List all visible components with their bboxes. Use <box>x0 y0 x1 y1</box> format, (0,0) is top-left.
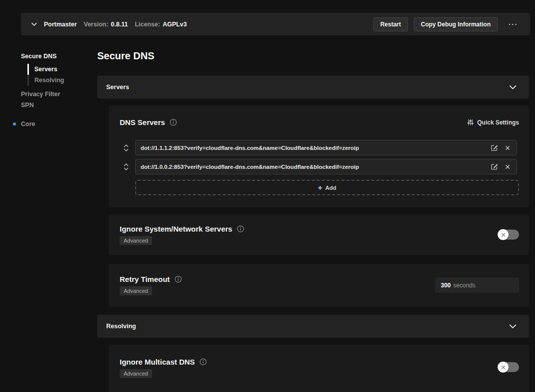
version-value: 0.8.11 <box>111 21 128 28</box>
version-label: Version: <box>84 21 108 28</box>
title-row: Ignore Multicast DNS <box>120 358 519 366</box>
add-label: Add <box>325 185 336 191</box>
sidebar-item-spn[interactable]: SPN <box>0 100 97 111</box>
advanced-badge: Advanced <box>120 236 152 245</box>
retry-timeout-value: 300 <box>441 282 451 289</box>
dns-server-input[interactable]: dot://1.0.0.2:853?verify=cloudflare-dns.… <box>135 159 517 174</box>
notification-dot <box>13 123 16 126</box>
sidebar-item-core-label: Core <box>21 121 35 128</box>
sidebar-item-resolving[interactable]: Resolving <box>27 75 97 86</box>
info-icon[interactable] <box>237 225 244 233</box>
retry-timeout-input[interactable]: 300 seconds <box>435 277 519 293</box>
chevron-down-icon[interactable] <box>509 83 517 92</box>
section-header-servers[interactable]: Servers <box>97 76 529 99</box>
quick-settings-button[interactable]: Quick Settings <box>467 119 519 126</box>
sidebar-item-core[interactable]: Core <box>0 119 97 130</box>
dns-server-input[interactable]: dot://1.1.1.2:853?verify=cloudflare-dns.… <box>135 140 517 155</box>
section-title: Servers <box>106 84 129 91</box>
version-info: Version: 0.8.11 <box>84 21 128 28</box>
edit-icon[interactable] <box>491 163 498 170</box>
advanced-badge: Advanced <box>120 369 152 378</box>
setting-title: Ignore System/Network Servers <box>120 225 232 233</box>
page-title: Secure DNS <box>97 49 155 62</box>
titlebar-actions: Restart Copy Debug Information ··· <box>373 17 523 31</box>
drag-handle-icon[interactable] <box>123 143 130 152</box>
restart-button[interactable]: Restart <box>373 17 408 31</box>
ignore-system-servers-toggle[interactable] <box>498 230 519 240</box>
dns-server-value: dot://1.0.0.2:853?verify=cloudflare-dns.… <box>141 164 487 170</box>
retry-timeout-unit: seconds <box>453 282 476 289</box>
info-icon[interactable] <box>199 358 207 366</box>
sidebar-item-servers[interactable]: Servers <box>27 64 97 75</box>
advanced-badge: Advanced <box>120 286 152 295</box>
secure-dns-subitems: Servers Resolving <box>27 64 97 86</box>
setting-title: Retry Timeout <box>120 275 170 283</box>
info-icon[interactable] <box>170 119 177 126</box>
section-title: Resolving <box>106 323 136 330</box>
copy-debug-information-button[interactable]: Copy Debug Information <box>414 17 498 31</box>
remove-icon[interactable] <box>504 164 512 169</box>
sliders-icon <box>467 119 474 126</box>
add-dns-server-button[interactable]: + Add <box>135 180 519 195</box>
plus-icon: + <box>318 184 322 191</box>
retry-timeout-card: Retry Timeout Advanced 300 seconds <box>109 264 529 307</box>
titlebar: Portmaster Version: 0.8.11 License: AGPL… <box>21 13 530 35</box>
dns-servers-card: DNS Servers Quick Settings dot://1.1.1.2… <box>109 106 529 207</box>
title-row: Ignore System/Network Servers <box>120 225 519 233</box>
info-icon[interactable] <box>175 275 182 283</box>
sidebar-item-privacy-filter[interactable]: Privacy Filter <box>0 89 97 100</box>
license-value: AGPLv3 <box>163 21 187 28</box>
ignore-system-servers-card: Ignore System/Network Servers Advanced <box>109 214 529 255</box>
ignore-multicast-dns-toggle[interactable] <box>498 362 519 372</box>
quick-settings-label: Quick Settings <box>477 119 519 126</box>
sidebar-spacer <box>0 111 97 119</box>
dns-server-row: dot://1.0.0.2:853?verify=cloudflare-dns.… <box>123 159 517 174</box>
chevron-down-icon[interactable] <box>509 322 517 331</box>
license-label: License: <box>135 21 160 28</box>
app-menu-chevron-down-icon[interactable] <box>28 18 40 30</box>
toggle-knob-off-icon <box>498 362 509 373</box>
ignore-multicast-dns-card: Ignore Multicast DNS Advanced <box>109 345 529 392</box>
remove-icon[interactable] <box>504 145 512 150</box>
section-header-resolving[interactable]: Resolving <box>97 315 529 338</box>
setting-title: DNS Servers <box>120 118 165 127</box>
dns-server-row: dot://1.1.1.2:853?verify=cloudflare-dns.… <box>123 140 517 155</box>
setting-title: Ignore Multicast DNS <box>120 358 195 366</box>
license-info: License: AGPLv3 <box>135 21 186 28</box>
more-options-icon[interactable]: ··· <box>504 20 523 28</box>
toggle-knob-off-icon <box>498 229 509 240</box>
drag-handle-icon[interactable] <box>123 162 130 171</box>
app-name: Portmaster <box>44 21 77 28</box>
sidebar: Secure DNS Servers Resolving Privacy Fil… <box>0 51 97 130</box>
dns-server-value: dot://1.1.1.2:853?verify=cloudflare-dns.… <box>141 145 487 151</box>
edit-icon[interactable] <box>491 144 498 151</box>
dns-servers-title-row: DNS Servers Quick Settings <box>120 118 519 127</box>
sidebar-item-secure-dns[interactable]: Secure DNS <box>0 51 97 62</box>
